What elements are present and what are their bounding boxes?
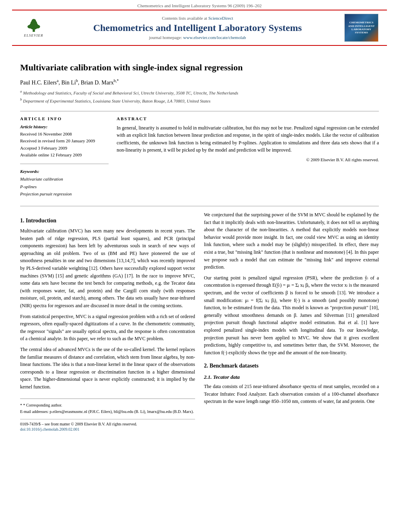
article-history-label: Article history: xyxy=(20,124,109,129)
elsevier-wordmark: ELSEVIER xyxy=(24,33,43,37)
email-footnote: E-mail addresses: p.eilers@erasmusmc.nl … xyxy=(20,409,195,415)
page-container: Chemometrics and Intelligent Laboratory … xyxy=(0,0,399,532)
abstract-label: ABSTRACT xyxy=(117,116,379,121)
article-info-label: ARTICLE INFO xyxy=(20,116,109,121)
keywords-section: Keywords: Multivariate calibration P-spl… xyxy=(20,169,109,198)
affiliations: a Methodology and Statistics, Faculty of… xyxy=(20,89,379,104)
copyright-line: © 2009 Elsevier B.V. All rights reserved… xyxy=(117,157,379,162)
intro-para-2: From statistical perspective, MVC is a s… xyxy=(20,313,195,343)
main-content: 1. Introduction Multivariate calibration… xyxy=(20,211,379,431)
article-history: Article history: Received 16 November 20… xyxy=(20,124,109,159)
affiliation-a: a Methodology and Statistics, Faculty of… xyxy=(20,89,379,96)
footer-bar: 0169-7439/$ – see front matter © 2009 El… xyxy=(20,419,195,426)
email-addresses: p.eilers@erasmusmc.nl (P.H.C. Eilers), b… xyxy=(49,409,193,414)
tecator-heading: 2.1. Tecator data xyxy=(204,374,379,380)
doi-line: doi:10.1016/j.chemolab.2009.02.001 xyxy=(20,427,195,431)
corresponding-author-note: * * Corresponding author. xyxy=(20,402,195,409)
elsevier-logo-area: ELSEVIER xyxy=(19,17,51,39)
benchmark-heading: 2. Benchmark datasets xyxy=(204,363,379,369)
keyword-2: P-splines xyxy=(20,183,109,191)
received-revised-date: Received in revised form 20 January 2009 xyxy=(20,138,109,145)
svg-point-4 xyxy=(27,25,33,28)
divider-main xyxy=(20,206,379,206)
svg-point-5 xyxy=(35,25,40,28)
abstract-col: ABSTRACT In general, linearity is assume… xyxy=(117,116,379,198)
available-online-date: Available online 12 February 2009 xyxy=(20,152,109,159)
svg-point-3 xyxy=(31,18,36,23)
tecator-para: The data consists of 215 near-infrared a… xyxy=(204,383,379,405)
intro-para-3: The central idea of advanced MVCs is the… xyxy=(20,346,195,391)
issn-text: 0169-7439/$ – see front matter © 2009 El… xyxy=(20,422,137,426)
journal-title: Chemometrics and Intelligent Laboratory … xyxy=(55,22,340,34)
journal-cover-area: CHEMOMETRICS AND INTELLIGENT LABORATORY … xyxy=(344,14,380,42)
authors-line: Paul H.C. Eilersa, Bin Lib, Brian D. Mar… xyxy=(20,78,379,86)
journal-citation-bar: Chemometrics and Intelligent Laboratory … xyxy=(0,0,399,10)
journal-homepage-line: journal homepage: www.elsevier.com/locat… xyxy=(55,35,340,40)
footnotes-area: * * Corresponding author. E-mail address… xyxy=(20,398,195,415)
accepted-date: Accepted 3 February 2009 xyxy=(20,145,109,152)
intro-para-1: Multivariate calibration (MVC) has seen … xyxy=(20,227,195,310)
main-col-right: We conjectured that the surprising power… xyxy=(204,211,379,431)
keywords-label: Keywords: xyxy=(20,169,109,174)
journal-homepage-url[interactable]: www.elsevier.com/locate/chemolab xyxy=(183,35,246,40)
divider-keywords xyxy=(20,164,109,164)
keyword-3: Projection pursuit regression xyxy=(20,190,109,198)
right-para-1: We conjectured that the surprising power… xyxy=(204,211,379,271)
journal-header: ELSEVIER Contents lists available at Sci… xyxy=(12,10,387,46)
journal-citation-text: Chemometrics and Intelligent Laboratory … xyxy=(138,3,262,8)
intro-heading: 1. Introduction xyxy=(20,218,195,224)
article-info-col: ARTICLE INFO Article history: Received 1… xyxy=(20,116,109,198)
abstract-text: In general, linearity is assumed to hold… xyxy=(117,124,379,154)
sciencedirect-link-text[interactable]: ScienceDirect xyxy=(208,16,233,21)
sciencedirect-line: Contents lists available at ScienceDirec… xyxy=(55,16,340,21)
right-para-2: Our starting point is penalized signal r… xyxy=(204,274,379,357)
journal-title-area: Contents lists available at ScienceDirec… xyxy=(55,16,340,40)
article-info-abstract-row: ARTICLE INFO Article history: Received 1… xyxy=(20,116,379,198)
elsevier-tree-icon xyxy=(24,18,44,33)
cover-title: CHEMOMETRICS AND INTELLIGENT LABORATORY … xyxy=(348,21,375,35)
divider-top xyxy=(20,111,379,111)
journal-cover-image: CHEMOMETRICS AND INTELLIGENT LABORATORY … xyxy=(344,14,378,42)
received-date: Received 16 November 2008 xyxy=(20,131,109,138)
elsevier-logo: ELSEVIER xyxy=(19,17,49,39)
keyword-1: Multivariate calibration xyxy=(20,175,109,183)
affiliation-b: b Department of Experimental Statistics,… xyxy=(20,97,379,104)
article-body: Multivariate calibration with single-ind… xyxy=(0,46,399,444)
author-marx-sup: b,* xyxy=(114,78,119,83)
main-col-left: 1. Introduction Multivariate calibration… xyxy=(20,211,195,431)
article-title: Multivariate calibration with single-ind… xyxy=(20,62,379,74)
author-eilers: Paul H.C. Eilers xyxy=(20,79,57,85)
